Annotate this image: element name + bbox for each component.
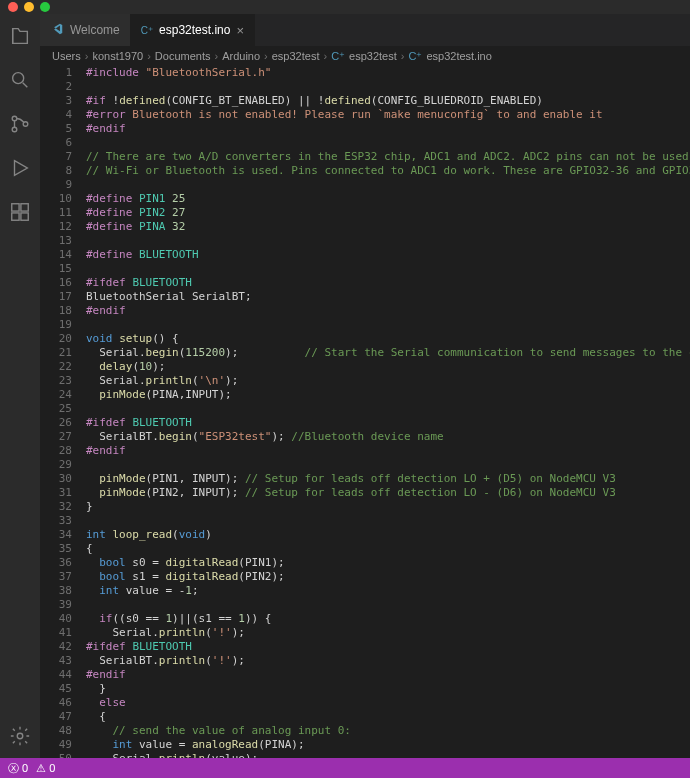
line-number: 28 (40, 444, 72, 458)
code-line[interactable]: pinMode(PIN2, INPUT); // Setup for leads… (86, 486, 690, 500)
code-editor[interactable]: 1234567891011121314151617181920212223242… (40, 66, 690, 758)
code-line[interactable]: #endif (86, 304, 690, 318)
tab-welcome[interactable]: Welcome (40, 14, 131, 46)
chevron-right-icon: › (401, 50, 405, 62)
code-line[interactable] (86, 598, 690, 612)
code-line[interactable]: } (86, 500, 690, 514)
code-line[interactable]: // send the value of analog input 0: (86, 724, 690, 738)
close-icon[interactable]: × (236, 23, 244, 38)
code-line[interactable]: #error Bluetooth is not enabled! Please … (86, 108, 690, 122)
error-count: 0 (22, 762, 28, 774)
warning-icon: ⚠ (36, 762, 46, 775)
breadcrumb[interactable]: Users › konst1970 › Documents › Arduino … (40, 46, 690, 66)
breadcrumb-segment[interactable]: Arduino (222, 50, 260, 62)
close-window-button[interactable] (8, 2, 18, 12)
code-line[interactable]: #define PIN2 27 (86, 206, 690, 220)
svg-rect-4 (12, 204, 19, 211)
code-line[interactable]: #define PINA 32 (86, 220, 690, 234)
code-line[interactable]: pinMode(PINA,INPUT); (86, 388, 690, 402)
code-line[interactable]: #include "BluetoothSerial.h" (86, 66, 690, 80)
code-line[interactable]: void setup() { (86, 332, 690, 346)
code-line[interactable]: #define BLUETOOTH (86, 248, 690, 262)
breadcrumb-symbol[interactable]: esp32test.ino (426, 50, 491, 62)
code-line[interactable]: #ifdef BLUETOOTH (86, 276, 690, 290)
code-line[interactable]: { (86, 710, 690, 724)
status-warnings[interactable]: ⚠ 0 (36, 762, 55, 775)
line-number: 10 (40, 192, 72, 206)
code-line[interactable] (86, 262, 690, 276)
code-line[interactable]: #if !defined(CONFIG_BT_ENABLED) || !defi… (86, 94, 690, 108)
extensions-icon[interactable] (8, 200, 32, 224)
breadcrumb-segment[interactable]: Users (52, 50, 81, 62)
code-line[interactable]: // There are two A/D converters in the E… (86, 150, 690, 164)
code-line[interactable]: // Wi-Fi or Bluetooth is used. Pins conn… (86, 164, 690, 178)
code-line[interactable]: bool s0 = digitalRead(PIN1); (86, 556, 690, 570)
code-line[interactable] (86, 178, 690, 192)
window-titlebar (0, 0, 690, 14)
code-line[interactable]: Serial.begin(115200); // Start the Seria… (86, 346, 690, 360)
code-line[interactable]: Serial.println('!'); (86, 626, 690, 640)
breadcrumb-segment[interactable]: esp32test (272, 50, 320, 62)
source-control-icon[interactable] (8, 112, 32, 136)
maximize-window-button[interactable] (40, 2, 50, 12)
code-line[interactable] (86, 80, 690, 94)
line-number: 46 (40, 696, 72, 710)
code-line[interactable]: #define PIN1 25 (86, 192, 690, 206)
vscode-icon (50, 22, 64, 38)
code-line[interactable] (86, 234, 690, 248)
code-line[interactable]: #ifdef BLUETOOTH (86, 640, 690, 654)
code-line[interactable]: BluetoothSerial SerialBT; (86, 290, 690, 304)
line-number: 33 (40, 514, 72, 528)
line-number: 44 (40, 668, 72, 682)
line-number: 6 (40, 136, 72, 150)
tab-label: esp32test.ino (159, 23, 230, 37)
error-icon: ⓧ (8, 761, 19, 776)
code-line[interactable] (86, 136, 690, 150)
status-errors[interactable]: ⓧ 0 (8, 761, 28, 776)
code-line[interactable]: pinMode(PIN1, INPUT); // Setup for leads… (86, 472, 690, 486)
line-number: 45 (40, 682, 72, 696)
code-line[interactable]: delay(10); (86, 360, 690, 374)
chevron-right-icon: › (264, 50, 268, 62)
breadcrumb-file[interactable]: esp32test (349, 50, 397, 62)
activity-bar (0, 14, 40, 758)
settings-gear-icon[interactable] (8, 724, 32, 748)
code-line[interactable]: { (86, 542, 690, 556)
code-line[interactable]: bool s1 = digitalRead(PIN2); (86, 570, 690, 584)
code-line[interactable]: #ifdef BLUETOOTH (86, 416, 690, 430)
breadcrumb-segment[interactable]: Documents (155, 50, 211, 62)
breadcrumb-segment[interactable]: konst1970 (92, 50, 143, 62)
code-line[interactable]: } (86, 682, 690, 696)
code-content[interactable]: #include "BluetoothSerial.h"#if !defined… (86, 66, 690, 758)
code-line[interactable] (86, 458, 690, 472)
line-number: 30 (40, 472, 72, 486)
code-line[interactable] (86, 514, 690, 528)
code-line[interactable]: Serial.println(value); (86, 752, 690, 758)
code-line[interactable]: SerialBT.println('!'); (86, 654, 690, 668)
tab-esp32test[interactable]: C⁺ esp32test.ino × (131, 14, 255, 46)
run-debug-icon[interactable] (8, 156, 32, 180)
explorer-icon[interactable] (8, 24, 32, 48)
code-line[interactable]: int value = -1; (86, 584, 690, 598)
line-number: 50 (40, 752, 72, 758)
line-number: 42 (40, 640, 72, 654)
code-line[interactable]: SerialBT.begin("ESP32test"); //Bluetooth… (86, 430, 690, 444)
code-line[interactable]: int loop_read(void) (86, 528, 690, 542)
search-icon[interactable] (8, 68, 32, 92)
code-line[interactable]: #endif (86, 668, 690, 682)
svg-point-0 (13, 73, 24, 84)
code-line[interactable]: int value = analogRead(PINA); (86, 738, 690, 752)
line-number: 4 (40, 108, 72, 122)
code-line[interactable]: #endif (86, 122, 690, 136)
code-line[interactable]: #endif (86, 444, 690, 458)
code-line[interactable]: Serial.println('\n'); (86, 374, 690, 388)
line-number: 8 (40, 164, 72, 178)
line-number: 18 (40, 304, 72, 318)
code-line[interactable]: else (86, 696, 690, 710)
minimize-window-button[interactable] (24, 2, 34, 12)
line-number: 22 (40, 360, 72, 374)
svg-point-2 (12, 127, 17, 132)
code-line[interactable] (86, 318, 690, 332)
code-line[interactable]: if((s0 == 1)||(s1 == 1)) { (86, 612, 690, 626)
code-line[interactable] (86, 402, 690, 416)
